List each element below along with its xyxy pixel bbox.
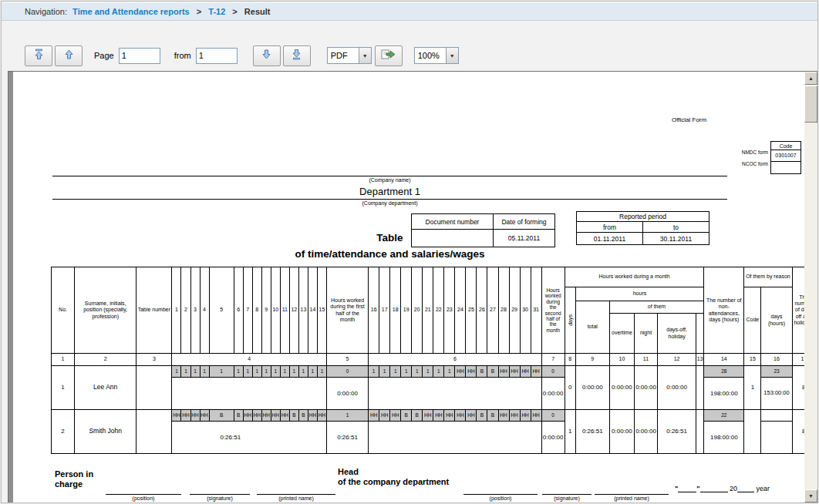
header-col13-empty <box>696 314 704 354</box>
total-cell: 0:26:51 <box>575 410 609 454</box>
year-label: year <box>757 485 770 492</box>
day-code-cell: HH <box>509 410 520 422</box>
document-viewer: Official Form NMDC form NCOC form Code 0… <box>8 71 817 502</box>
day-code-cell: HH <box>466 366 477 378</box>
day-header: 14 <box>308 267 317 354</box>
day-code-cell: 1 <box>390 366 401 378</box>
day-code-cell: HH <box>200 410 209 422</box>
page-label: Page <box>94 51 114 60</box>
signature-line <box>257 494 335 495</box>
scrollbar-thumb[interactable] <box>804 86 817 123</box>
first-page-button[interactable] <box>25 45 52 66</box>
printed-name-caption: (printed name) <box>595 496 669 501</box>
day-code-cell: 1 <box>433 366 444 378</box>
day-header: 16 <box>369 267 379 354</box>
day-header: 25 <box>466 267 477 354</box>
nav-link-t12[interactable]: T-12 <box>208 7 225 16</box>
day-header: 23 <box>444 267 455 354</box>
prev-page-button[interactable] <box>55 45 83 66</box>
day-header: 17 <box>379 267 390 354</box>
day-code-cell: HH <box>433 410 444 422</box>
day-code-cell: HH <box>423 410 433 422</box>
day-header: 1 <box>172 267 181 354</box>
code-empty-cell <box>770 162 801 174</box>
zoom-select[interactable]: 100% ▼ <box>414 47 459 64</box>
day-code-cell: B <box>209 410 234 422</box>
employee-name-cell: Lee Ann <box>75 366 136 410</box>
day-header: 5 <box>209 267 234 354</box>
day-code-cell: B <box>412 410 423 422</box>
day-code-cell: HH <box>390 410 401 422</box>
header-table-number: Table number <box>136 267 172 354</box>
day-code-cell: HH <box>466 410 477 422</box>
day-header: 9 <box>261 267 271 354</box>
app-window: Navigation: Time and Attendance reports … <box>1 1 818 503</box>
format-select[interactable]: PDF ▼ <box>327 47 372 64</box>
reason-code-cell <box>744 410 761 454</box>
chevron-down-icon: ▼ <box>359 48 371 63</box>
day-header: 28 <box>498 267 509 354</box>
half2-code-cell: 0 <box>541 366 565 378</box>
day-code-cell: B <box>477 410 487 422</box>
reason-days-cell: 23 <box>761 366 792 378</box>
code-value: 0301007 <box>770 150 801 162</box>
half2-code-cell: 0 <box>541 410 565 422</box>
day-header: 27 <box>487 267 498 354</box>
vertical-scrollbar[interactable]: ▲ ▼ <box>804 72 817 502</box>
daysoff-hours-cell: 0:00:00 <box>658 366 696 410</box>
nav-link-reports[interactable]: Time and Attendance reports <box>72 7 190 16</box>
printed-name-caption: (printed name) <box>257 496 335 501</box>
day-header: 7 <box>243 267 252 354</box>
position-caption: (position) <box>463 496 538 501</box>
day-code-cell: HH <box>498 410 509 422</box>
header-month-hours: Hours worked during a month <box>565 267 704 287</box>
nonatt-days-cell: 28 <box>704 366 744 378</box>
nonatt-hours-cell: 198:00:00 <box>704 378 744 410</box>
col-number: 9 <box>575 354 609 366</box>
reason-days-cell <box>761 410 792 422</box>
col-number: 8 <box>565 354 575 366</box>
day-header: 6 <box>234 267 243 354</box>
half1-hours-cell: 0:00:00 <box>326 378 368 410</box>
day-header: 4 <box>200 267 209 354</box>
nav-separator: > <box>197 7 201 16</box>
day-code-cell: 1 <box>261 366 271 378</box>
day-code-cell: 1 <box>379 366 390 378</box>
day-code-cell: 1 <box>369 366 379 378</box>
arrow-up-bar-icon <box>33 49 45 62</box>
page-input[interactable] <box>119 48 160 64</box>
company-name-caption: (Company name) <box>52 176 727 183</box>
day-code-cell: HH <box>243 410 252 422</box>
day-code-cell: HH <box>520 366 531 378</box>
date-line: "" 20 year <box>675 483 770 492</box>
page-count-input[interactable] <box>196 48 238 64</box>
signature-line <box>106 494 181 495</box>
day-code-cell: HH <box>308 410 317 422</box>
header-name: Surname, initials, position (specialty, … <box>75 267 136 354</box>
day-header: 20 <box>412 267 423 354</box>
night-cell: 0:00:00 <box>634 366 657 410</box>
code-box-labels: NMDC form NCOC form <box>730 141 770 174</box>
half2-hours-cell: 0:00:00 <box>541 378 565 410</box>
row-number-cell: 1 <box>52 366 75 410</box>
day-header: 31 <box>531 267 541 354</box>
format-select-value: PDF <box>328 51 359 60</box>
export-button[interactable] <box>375 45 403 66</box>
document-number-header: Document number <box>412 214 494 230</box>
scroll-up-icon[interactable]: ▲ <box>804 72 817 85</box>
next-page-button[interactable] <box>253 45 281 66</box>
days-cell: 1 <box>565 410 575 454</box>
date-of-forming-header: Date of forming <box>494 214 555 230</box>
department-caption: (Company department) <box>52 200 727 206</box>
last-page-button[interactable] <box>283 45 311 66</box>
chevron-down-icon: ▼ <box>446 48 458 63</box>
col-number: 13 <box>696 354 704 366</box>
day-header: 24 <box>455 267 466 354</box>
scroll-down-icon[interactable]: ▼ <box>804 489 817 502</box>
code-box: NMDC form NCOC form Code 0301007 <box>730 141 801 174</box>
header-code: Code <box>744 287 761 354</box>
day-code-cell: HH <box>271 410 280 422</box>
reported-period-title: Reported period <box>577 212 709 222</box>
day-code-cell: HH <box>455 410 466 422</box>
report-title-line2: of time/attendance and salaries/wages <box>52 248 727 260</box>
